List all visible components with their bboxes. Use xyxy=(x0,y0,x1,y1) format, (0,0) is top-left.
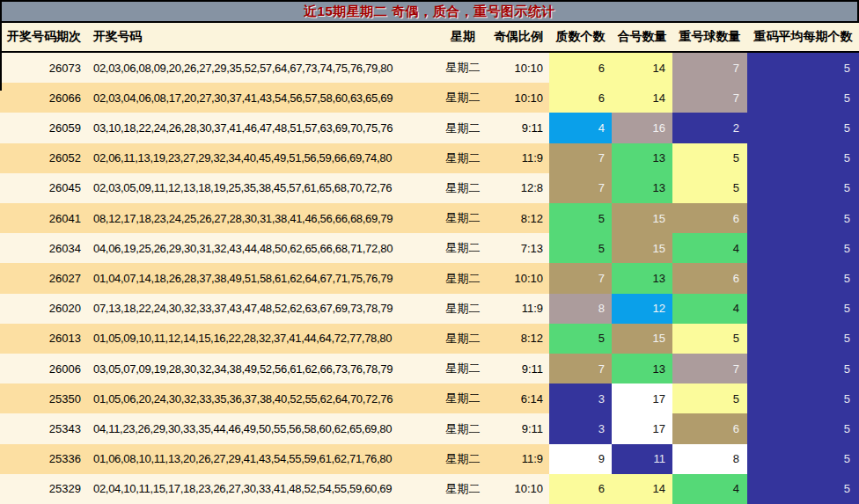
prime-count-cell: 7 xyxy=(549,263,612,293)
numbers-cell: 02,03,06,08,09,20,26,27,29,35,52,57,64,6… xyxy=(92,53,437,83)
ratio-cell: 6:14 xyxy=(488,383,549,413)
table-row: 2606602,03,04,06,08,17,20,27,30,37,41,43… xyxy=(0,83,859,113)
composite-count-cell: 17 xyxy=(612,383,672,413)
ratio-cell: 11:9 xyxy=(488,444,549,474)
page-title: 近15期星期二 奇偶，质合，重号图示统计 xyxy=(304,4,555,20)
table-body: 2607302,03,06,08,09,20,26,27,29,35,52,57… xyxy=(0,53,859,504)
table-row: 2607302,03,06,08,09,20,26,27,29,35,52,57… xyxy=(0,53,859,83)
week-cell: 星期二 xyxy=(437,113,488,142)
composite-count-cell: 14 xyxy=(612,474,672,504)
avg-repeat-cell: 5 xyxy=(747,143,859,173)
prime-count-cell: 7 xyxy=(549,143,612,173)
table-row: 2532902,04,10,11,15,17,18,23,26,27,30,33… xyxy=(0,474,859,504)
numbers-cell: 02,06,11,13,19,23,27,29,32,34,40,45,49,5… xyxy=(92,143,437,173)
avg-repeat-cell: 5 xyxy=(747,233,859,263)
avg-repeat-cell: 5 xyxy=(747,474,859,504)
numbers-cell: 04,06,19,25,26,29,30,31,32,43,44,48,50,6… xyxy=(92,233,437,263)
repeat-count-cell: 8 xyxy=(672,444,747,474)
week-cell: 星期二 xyxy=(437,203,488,233)
prime-count-cell: 9 xyxy=(549,444,612,474)
table-row: 2601301,05,09,10,11,12,14,15,16,22,28,32… xyxy=(0,324,859,354)
ratio-cell: 8:12 xyxy=(488,324,549,354)
week-cell: 星期二 xyxy=(437,233,488,263)
prime-count-cell: 7 xyxy=(549,173,612,203)
period-cell: 26006 xyxy=(0,354,92,383)
numbers-cell: 01,05,09,10,11,12,14,15,16,22,28,32,37,4… xyxy=(92,324,437,354)
repeat-count-cell: 6 xyxy=(672,413,747,443)
composite-count-cell: 15 xyxy=(612,233,672,263)
table-row: 2604108,12,17,18,23,24,25,26,27,28,30,31… xyxy=(0,203,859,233)
ratio-cell: 10:10 xyxy=(488,83,549,113)
composite-count-cell: 17 xyxy=(612,413,672,443)
prime-count-cell: 6 xyxy=(549,53,612,83)
prime-count-cell: 3 xyxy=(549,413,612,443)
table-row: 2604502,03,05,09,11,12,13,18,19,25,35,38… xyxy=(0,173,859,203)
ratio-cell: 9:11 xyxy=(488,354,549,383)
period-cell: 25336 xyxy=(0,444,92,474)
table-row: 2602007,13,18,22,24,30,32,33,37,43,47,48… xyxy=(0,294,859,324)
prime-count-cell: 5 xyxy=(549,233,612,263)
numbers-cell: 08,12,17,18,23,24,25,26,27,28,30,31,38,4… xyxy=(92,203,437,233)
prime-count-cell: 8 xyxy=(549,294,612,324)
period-cell: 26052 xyxy=(0,143,92,173)
repeat-count-cell: 2 xyxy=(672,113,747,142)
period-cell: 26045 xyxy=(0,173,92,203)
repeat-count-cell: 6 xyxy=(672,203,747,233)
avg-repeat-cell: 5 xyxy=(747,83,859,113)
composite-count-cell: 13 xyxy=(612,143,672,173)
table-row: 2534304,11,23,26,29,30,33,35,44,46,49,50… xyxy=(0,413,859,443)
composite-count-cell: 13 xyxy=(612,173,672,203)
numbers-cell: 01,04,07,14,18,26,28,37,38,49,51,58,61,6… xyxy=(92,263,437,293)
ratio-cell: 9:11 xyxy=(488,113,549,142)
period-cell: 25329 xyxy=(0,474,92,504)
avg-repeat-cell: 5 xyxy=(747,383,859,413)
repeat-count-cell: 6 xyxy=(672,263,747,293)
avg-repeat-cell: 5 xyxy=(747,324,859,354)
period-cell: 26013 xyxy=(0,324,92,354)
period-cell: 26027 xyxy=(0,263,92,293)
numbers-cell: 07,13,18,22,24,30,32,33,37,43,47,48,52,6… xyxy=(92,294,437,324)
table-row: 2605202,06,11,13,19,23,27,29,32,34,40,45… xyxy=(0,143,859,173)
ratio-cell: 9:11 xyxy=(488,413,549,443)
table-row: 2603404,06,19,25,26,29,30,31,32,43,44,48… xyxy=(0,233,859,263)
prime-count-cell: 3 xyxy=(549,383,612,413)
avg-repeat-cell: 5 xyxy=(747,263,859,293)
composite-count-cell: 13 xyxy=(612,263,672,293)
week-cell: 星期二 xyxy=(437,143,488,173)
period-cell: 25350 xyxy=(0,383,92,413)
avg-repeat-cell: 5 xyxy=(747,354,859,383)
repeat-count-cell: 7 xyxy=(672,354,747,383)
numbers-cell: 02,04,10,11,15,17,18,23,26,27,30,33,41,4… xyxy=(92,474,437,504)
numbers-cell: 01,05,06,20,24,30,32,33,35,36,37,38,40,5… xyxy=(92,383,437,413)
lottery-stats-page: 近15期星期二 奇偶，质合，重号图示统计 开奖号码期次 开奖号码 星期 奇偶比例… xyxy=(0,0,859,504)
week-cell: 星期二 xyxy=(437,354,488,383)
ratio-cell: 11:9 xyxy=(488,294,549,324)
numbers-cell: 03,05,07,09,19,28,30,32,34,38,49,52,56,6… xyxy=(92,354,437,383)
ratio-cell: 11:9 xyxy=(488,143,549,173)
composite-count-cell: 16 xyxy=(612,113,672,142)
avg-repeat-cell: 5 xyxy=(747,444,859,474)
repeat-count-cell: 4 xyxy=(672,294,747,324)
period-cell: 26020 xyxy=(0,294,92,324)
prime-count-cell: 6 xyxy=(549,474,612,504)
week-cell: 星期二 xyxy=(437,83,488,113)
composite-count-cell: 15 xyxy=(612,324,672,354)
prime-count-cell: 4 xyxy=(549,113,612,142)
ratio-cell: 10:10 xyxy=(488,263,549,293)
repeat-count-cell: 5 xyxy=(672,143,747,173)
composite-count-cell: 14 xyxy=(612,53,672,83)
header-prime: 质数个数 xyxy=(549,29,612,45)
ratio-cell: 10:10 xyxy=(488,474,549,504)
period-cell: 26041 xyxy=(0,203,92,233)
numbers-cell: 02,03,04,06,08,17,20,27,30,37,41,43,54,5… xyxy=(92,83,437,113)
ratio-cell: 7:13 xyxy=(488,233,549,263)
composite-count-cell: 14 xyxy=(612,83,672,113)
table-row: 2600603,05,07,09,19,28,30,32,34,38,49,52… xyxy=(0,354,859,383)
period-cell: 25343 xyxy=(0,413,92,443)
week-cell: 星期二 xyxy=(437,474,488,504)
week-cell: 星期二 xyxy=(437,53,488,83)
header-composite: 合号数量 xyxy=(612,29,672,45)
composite-count-cell: 15 xyxy=(612,203,672,233)
numbers-cell: 04,11,23,26,29,30,33,35,44,46,49,50,55,5… xyxy=(92,413,437,443)
table-header: 开奖号码期次 开奖号码 星期 奇偶比例 质数个数 合号数量 重号球数量 重码平均… xyxy=(0,23,859,53)
